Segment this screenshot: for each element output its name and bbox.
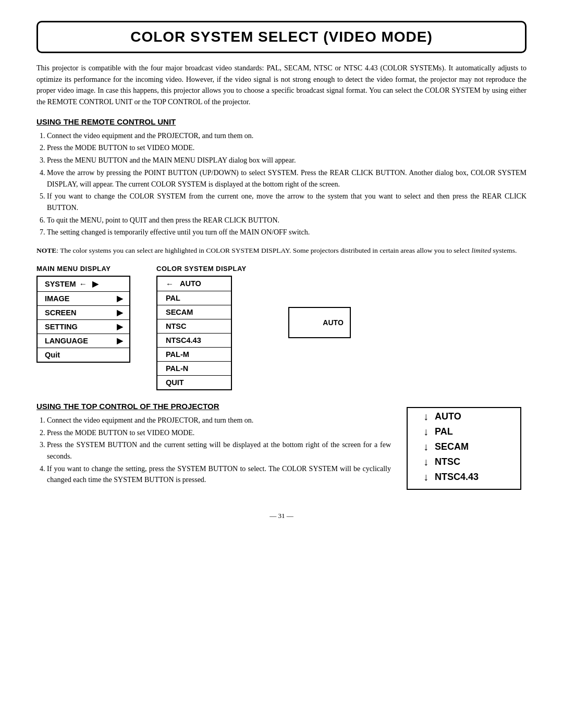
cs-item-pal: PAL [157, 291, 231, 305]
menu-setting-text: SETTING [45, 323, 78, 331]
cs-pal-text: PAL [166, 294, 180, 302]
bottom-right: ↓ AUTO ↓ PAL ↓ SECAM ↓ NTSC ↓ NTSC4.43 [401, 407, 527, 490]
cs-ntsc-text: NTSC [166, 322, 186, 330]
s2-step-1: Connect the video equipment and the PROJ… [47, 415, 391, 426]
menu-item-system: SYSTEM ← ▶ [38, 277, 129, 292]
s2-step-3: Press the SYSTEM BUTTON and the current … [47, 439, 391, 462]
cycle-arrow-auto: ↓ [423, 411, 429, 422]
diagrams-row: MAIN MENU DISPLAY SYSTEM ← ▶ IMAGE ▶ SCR… [36, 265, 527, 390]
page-number: — 31 — [36, 512, 527, 520]
cycle-label-secam: SECAM [435, 441, 469, 452]
step-2: Press the MODE BUTTON to set VIDEO MODE. [47, 142, 527, 154]
menu-quit-text: Quit [45, 351, 60, 359]
menu-item-setting: SETTING ▶ [38, 320, 129, 334]
section1-steps: Connect the video equipment and the PROJ… [47, 130, 527, 238]
cs-item-paln: PAL-N [157, 362, 231, 376]
cycle-item-secam: ↓ SECAM [408, 438, 520, 453]
cycle-label-ntsc: NTSC [435, 456, 460, 467]
cs-item-palm: PAL-M [157, 348, 231, 362]
cs-ntsc443-text: NTSC4.43 [166, 336, 201, 344]
menu-system-right-arrow: ▶ [92, 279, 99, 289]
cycle-arrow-secam: ↓ [423, 441, 429, 452]
s2-step-4: If you want to change the setting, press… [47, 463, 391, 486]
note-label: NOTE [36, 246, 56, 254]
cycle-item-ntsc: ↓ NTSC [408, 453, 520, 468]
intro-paragraph: This projector is compatible with the fo… [36, 63, 527, 108]
menu-item-quit: Quit [38, 348, 129, 362]
note-text: : The color systems you can select are h… [56, 246, 471, 254]
cycle-arrow-pal: ↓ [423, 426, 429, 437]
menu-language-text: LANGUAGE [45, 337, 88, 345]
section2-heading: USING THE TOP CONTROL OF THE PROJECTOR [36, 402, 391, 411]
cs-auto-left-arrow: ← [166, 279, 174, 288]
cycle-arrow-ntsc: ↓ [423, 456, 429, 467]
step-6: To quit the MENU, point to QUIT and then… [47, 215, 527, 226]
menu-item-language: LANGUAGE ▶ [38, 334, 129, 348]
cycle-item-auto: ↓ AUTO [408, 408, 520, 423]
step-1: Connect the video equipment and the PROJ… [47, 130, 527, 142]
step-7: The setting changed is temporarily effec… [47, 227, 527, 238]
cs-quit-text: QUIT [166, 378, 184, 387]
main-menu-box: SYSTEM ← ▶ IMAGE ▶ SCREEN ▶ SETTING ▶ LA… [36, 276, 130, 363]
menu-screen-text: SCREEN [45, 309, 76, 317]
cycle-diagram-box: ↓ AUTO ↓ PAL ↓ SECAM ↓ NTSC ↓ NTSC4.43 [407, 407, 521, 490]
cs-item-secam: SECAM [157, 305, 231, 319]
cs-palm-text: PAL-M [166, 350, 189, 359]
step-3: Press the MENU BUTTON and the MAIN MENU … [47, 155, 527, 166]
cs-item-auto: ← AUTO [157, 277, 231, 291]
bottom-left: USING THE TOP CONTROL OF THE PROJECTOR C… [36, 402, 401, 493]
section1-heading: USING THE REMOTE CONTROL UNIT [36, 117, 527, 126]
cycle-label-ntsc443: NTSC4.43 [435, 472, 479, 483]
step-5: If you want to change the COLOR SYSTEM f… [47, 191, 527, 213]
menu-system-text: SYSTEM [45, 280, 76, 288]
cs-auto-text: AUTO [180, 279, 201, 288]
menu-language-arrow: ▶ [117, 337, 123, 345]
step-4: Move the arrow by pressing the POINT BUT… [47, 167, 527, 190]
menu-screen-arrow: ▶ [117, 309, 123, 317]
cycle-arrow-ntsc443: ↓ [423, 472, 429, 482]
auto-small-text: AUTO [323, 318, 343, 327]
auto-small-box: AUTO [288, 307, 351, 338]
menu-setting-arrow: ▶ [117, 323, 123, 331]
cycle-label-pal: PAL [435, 426, 453, 437]
note-block: NOTE: The color systems you can select a… [36, 245, 527, 256]
cs-item-quit2: QUIT [157, 376, 231, 389]
menu-item-image: IMAGE ▶ [38, 292, 129, 306]
cycle-item-ntsc443: ↓ NTSC4.43 [408, 468, 520, 484]
bottom-section: USING THE TOP CONTROL OF THE PROJECTOR C… [36, 402, 527, 493]
cycle-label-auto: AUTO [435, 411, 461, 422]
auto-small-diagram: . AUTO [288, 265, 351, 338]
section2-steps: Connect the video equipment and the PROJ… [47, 415, 391, 486]
page-title: COLOR SYSTEM SELECT (VIDEO MODE) [130, 29, 433, 45]
color-system-label: COLOR SYSTEM DISPLAY [156, 265, 247, 273]
main-menu-label: MAIN MENU DISPLAY [36, 265, 111, 273]
cs-secam-text: SECAM [166, 308, 193, 316]
color-system-diagram: COLOR SYSTEM DISPLAY ← AUTO PAL SECAM NT… [156, 265, 247, 390]
cs-paln-text: PAL-N [166, 364, 188, 373]
menu-image-text: IMAGE [45, 294, 70, 303]
s2-step-2: Press the MODE BUTTON to set VIDEO MODE. [47, 427, 391, 439]
cycle-item-pal: ↓ PAL [408, 423, 520, 438]
menu-system-left-arrow: ← [79, 279, 87, 288]
color-system-box: ← AUTO PAL SECAM NTSC NTSC4.43 PAL-M PAL… [156, 276, 232, 390]
cs-item-ntsc: NTSC [157, 319, 231, 334]
menu-image-arrow: ▶ [117, 294, 123, 303]
page-title-box: COLOR SYSTEM SELECT (VIDEO MODE) [36, 21, 527, 53]
note-text2: systems. [491, 246, 517, 254]
main-menu-diagram: MAIN MENU DISPLAY SYSTEM ← ▶ IMAGE ▶ SCR… [36, 265, 130, 363]
menu-item-screen: SCREEN ▶ [38, 306, 129, 320]
cs-item-ntsc443: NTSC4.43 [157, 334, 231, 348]
note-italic: limited [471, 246, 491, 254]
